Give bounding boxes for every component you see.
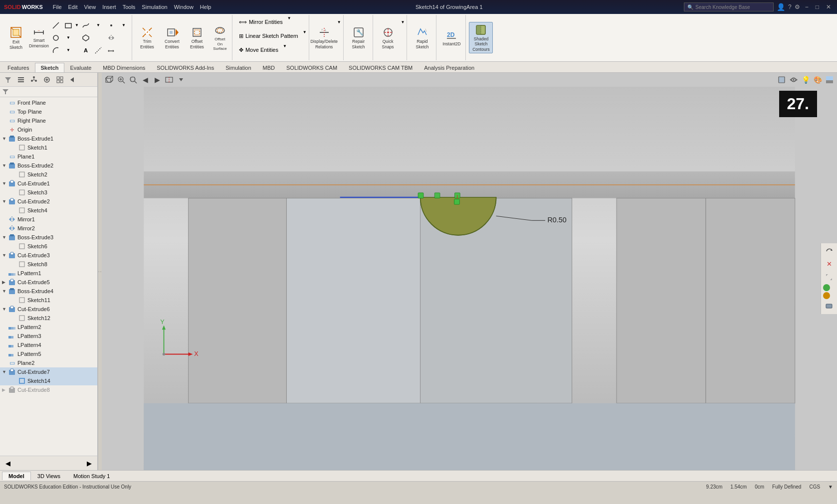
relations-dropdown[interactable]: ▼: [337, 20, 341, 24]
tab-model[interactable]: Model: [2, 472, 31, 480]
zoom-to-fit-btn[interactable]: [116, 74, 127, 85]
maximize-btn[interactable]: □: [814, 3, 821, 10]
filter-button[interactable]: [2, 74, 14, 86]
spline-dropdown[interactable]: ▼: [92, 19, 104, 31]
spline-button[interactable]: [80, 19, 92, 31]
display-delete-button[interactable]: ↑ ↓ Display/Delete Relations: [312, 24, 336, 52]
menu-file[interactable]: File: [50, 4, 65, 10]
move-dropdown-btn[interactable]: ▼: [283, 44, 287, 56]
tree-item-sketch3[interactable]: Sketch3: [0, 188, 97, 197]
menu-tools[interactable]: Tools: [120, 4, 139, 10]
tab-mbd-dimensions[interactable]: MBD Dimensions: [97, 63, 151, 72]
viewport[interactable]: ◀ ▶: [102, 73, 837, 470]
corner-rect-button[interactable]: [62, 19, 74, 31]
pattern-dropdown-btn[interactable]: ▼: [303, 30, 307, 42]
construction-button[interactable]: [92, 44, 104, 56]
tab-solidworks-addins[interactable]: SOLIDWORKS Add-Ins: [151, 63, 219, 72]
tree-item-lpattern5[interactable]: LPattern5: [0, 349, 97, 358]
close-float-btn[interactable]: ✕: [823, 258, 835, 270]
grid-view-btn[interactable]: [54, 74, 66, 86]
tree-item-sketch11[interactable]: Sketch11: [0, 296, 97, 305]
help-icon[interactable]: ?: [788, 3, 792, 10]
offset-entities-button[interactable]: Offset Entities: [185, 24, 209, 52]
prev-view-btn[interactable]: ◀: [140, 74, 151, 85]
tree-item-boss-extrude2[interactable]: ▼ Boss-Extrude2: [0, 161, 97, 170]
snaps-dropdown[interactable]: ▼: [401, 20, 405, 24]
tree-item-front-plane[interactable]: ▭ Front Plane: [0, 98, 97, 107]
tree-item-sketch1[interactable]: Sketch1: [0, 143, 97, 152]
tab-motion-study[interactable]: Motion Study 1: [67, 472, 116, 480]
display-mode-btn[interactable]: [823, 300, 835, 312]
user-icon[interactable]: 👤: [777, 3, 785, 11]
line-tool-button[interactable]: [50, 19, 62, 31]
dynamic-mirror-button[interactable]: ⟺: [105, 44, 117, 56]
feature-list-btn[interactable]: [15, 74, 27, 86]
zoom-box-btn[interactable]: [128, 74, 139, 85]
tree-item-cut-extrude2[interactable]: ▼ Cut-Extrude2: [0, 197, 97, 206]
convert-entities-button[interactable]: Convert Entities: [160, 24, 184, 52]
offset-surface-button[interactable]: Offset On Surface: [210, 22, 230, 53]
lights-btn[interactable]: 💡: [800, 74, 811, 85]
minimize-btn[interactable]: −: [803, 3, 811, 10]
menu-window[interactable]: Window: [171, 4, 197, 10]
tree-item-sketch14[interactable]: Sketch14: [0, 376, 97, 385]
menu-simulation[interactable]: Simulation: [139, 4, 170, 10]
quick-snaps-button[interactable]: Quick Snaps: [376, 24, 400, 52]
exit-sketch-button[interactable]: Exit Sketch: [4, 24, 28, 52]
tree-item-sketch12[interactable]: Sketch12: [0, 314, 97, 323]
repair-sketch-button[interactable]: 🔧 Repair Sketch: [347, 24, 371, 52]
feature-tree-btn[interactable]: [28, 74, 40, 86]
tree-item-lpattern3[interactable]: LPattern3: [0, 332, 97, 340]
menu-insert[interactable]: Insert: [99, 4, 119, 10]
tree-item-cut-extrude3[interactable]: ▼ Cut-Extrude3: [0, 251, 97, 260]
tree-item-lpattern2[interactable]: LPattern2: [0, 323, 97, 332]
menu-view[interactable]: View: [81, 4, 99, 10]
tree-item-boss-extrude1[interactable]: ▼ Boss-Extrude1: [0, 134, 97, 143]
green-view-btn[interactable]: [823, 284, 830, 291]
tree-item-origin[interactable]: ✛ Origin: [0, 125, 97, 134]
tree-item-cut-extrude1[interactable]: ▼ Cut-Extrude1: [0, 179, 97, 188]
tree-item-sketch2[interactable]: Sketch2: [0, 170, 97, 179]
rect-dropdown[interactable]: ▼: [75, 23, 79, 27]
settings-icon[interactable]: ⚙: [795, 3, 800, 10]
tab-simulation[interactable]: Simulation: [220, 63, 256, 72]
circle-button[interactable]: [50, 32, 62, 44]
tree-item-mirror1[interactable]: Mirror1: [0, 215, 97, 224]
view-orientation-btn[interactable]: [104, 74, 115, 85]
tab-sketch[interactable]: Sketch: [35, 63, 64, 72]
mirror-dropdown-btn[interactable]: ▼: [287, 16, 291, 28]
tree-item-lpattern1[interactable]: LPattern1: [0, 269, 97, 278]
orange-view-btn[interactable]: [823, 292, 830, 299]
tree-item-cut-extrude8[interactable]: ▶ Cut-Extrude8: [0, 385, 97, 394]
tab-evaluate[interactable]: Evaluate: [65, 63, 97, 72]
next-view-btn[interactable]: ▶: [152, 74, 163, 85]
scroll-left-btn[interactable]: ◀: [2, 457, 14, 469]
tab-solidworks-cam-tbm[interactable]: SOLIDWORKS CAM TBM: [343, 63, 418, 72]
arrow-btn[interactable]: [67, 74, 79, 86]
tree-item-sketch4[interactable]: Sketch4: [0, 206, 97, 215]
tree-item-sketch8[interactable]: Sketch8: [0, 260, 97, 269]
circle-dropdown[interactable]: ▼: [62, 32, 74, 44]
close-btn[interactable]: ✕: [824, 3, 833, 10]
mirror-entities-button[interactable]: ⟺ Mirror Entities: [235, 16, 286, 28]
section-view-btn[interactable]: [164, 74, 175, 85]
polygon-button[interactable]: [80, 32, 92, 44]
menu-help[interactable]: Help: [197, 4, 214, 10]
tab-3d-views[interactable]: 3D Views: [31, 472, 67, 480]
units-dropdown[interactable]: ▼: [828, 484, 833, 490]
appearance-btn[interactable]: 🎨: [812, 74, 823, 85]
point-dropdown[interactable]: ▼: [118, 19, 130, 31]
arc-button[interactable]: [50, 44, 62, 56]
scroll-right-btn[interactable]: ▶: [83, 457, 95, 469]
point-button[interactable]: [105, 19, 117, 31]
tab-features[interactable]: Features: [2, 63, 34, 72]
menu-edit[interactable]: Edit: [65, 4, 81, 10]
plus-btn[interactable]: [41, 74, 53, 86]
text-button[interactable]: A: [80, 44, 92, 56]
sidebar-resize-handle[interactable]: ⋮: [98, 73, 102, 470]
tree-item-plane2[interactable]: ▭ Plane2: [0, 358, 97, 367]
tab-analysis-prep[interactable]: Analysis Preparation: [418, 63, 480, 72]
instant2d-button[interactable]: 2D Instant2D: [439, 24, 463, 52]
scene-btn[interactable]: [824, 74, 835, 85]
tree-item-boss-extrude4[interactable]: ▼ Boss-Extrude4: [0, 287, 97, 296]
